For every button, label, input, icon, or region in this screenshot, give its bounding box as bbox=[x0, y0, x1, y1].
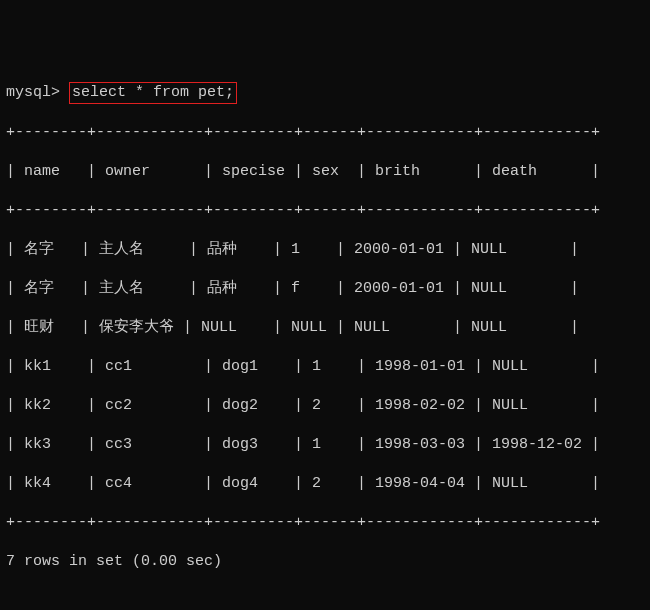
table1-border-top: +--------+------------+---------+------+… bbox=[6, 123, 644, 143]
table1-row: | kk1 | cc1 | dog1 | 1 | 1998-01-01 | NU… bbox=[6, 357, 644, 377]
table1-row: | 名字 | 主人名 | 品种 | 1 | 2000-01-01 | NULL … bbox=[6, 240, 644, 260]
table1-border-mid: +--------+------------+---------+------+… bbox=[6, 201, 644, 221]
table1-row: | 旺财 | 保安李大爷 | NULL | NULL | NULL | NULL… bbox=[6, 318, 644, 338]
table1-header: | name | owner | specise | sex | brith |… bbox=[6, 162, 644, 182]
table1-border-bot: +--------+------------+---------+------+… bbox=[6, 513, 644, 533]
table1-row: | kk4 | cc4 | dog4 | 2 | 1998-04-04 | NU… bbox=[6, 474, 644, 494]
table1-row: | kk3 | cc3 | dog3 | 1 | 1998-03-03 | 19… bbox=[6, 435, 644, 455]
table1-row: | kk2 | cc2 | dog2 | 2 | 1998-02-02 | NU… bbox=[6, 396, 644, 416]
sql-select-1: select * from pet; bbox=[69, 82, 237, 104]
table1-summary: 7 rows in set (0.00 sec) bbox=[6, 552, 644, 572]
table1-row: | 名字 | 主人名 | 品种 | f | 2000-01-01 | NULL … bbox=[6, 279, 644, 299]
mysql-prompt: mysql> bbox=[6, 84, 60, 101]
